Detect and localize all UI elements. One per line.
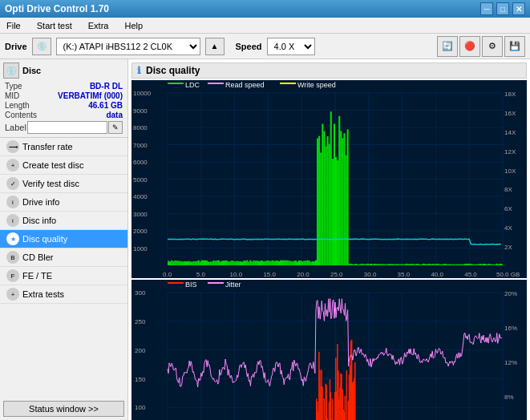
- sidebar-item-label-cd-bler: CD Bler: [22, 252, 54, 262]
- extra-tests-icon: +: [6, 288, 19, 301]
- disc-contents-row: Contents data: [3, 111, 124, 119]
- disc-label-label: Label: [5, 123, 26, 132]
- refresh-button[interactable]: 🔄: [437, 36, 458, 57]
- sidebar-item-label-create-test-disc: Create test disc: [22, 160, 83, 170]
- maximize-button[interactable]: □: [496, 2, 509, 15]
- disc-label-input[interactable]: [27, 121, 107, 134]
- disc-mid-value: VERBATIMf (000): [58, 91, 123, 100]
- sidebar-menu: ⟶ Transfer rate + Create test disc ✓ Ver…: [0, 138, 127, 398]
- eject-button[interactable]: ▲: [205, 38, 225, 55]
- bis-jitter-chart: [131, 280, 527, 420]
- chart-area: ℹ Disc quality LDC BIS: [128, 59, 530, 420]
- disc-quality-icon: ★: [6, 232, 19, 245]
- menu-start-test[interactable]: Start test: [34, 19, 75, 32]
- sidebar-item-label-verify-test-disc: Verify test disc: [22, 179, 79, 188]
- menu-file[interactable]: File: [3, 19, 24, 32]
- menu-bar: File Start test Extra Help: [0, 18, 530, 34]
- sidebar: 💿 Disc Type BD-R DL MID VERBATIMf (000) …: [0, 59, 128, 420]
- sidebar-item-cd-bler[interactable]: B CD Bler: [0, 248, 127, 267]
- title-bar: Opti Drive Control 1.70 ─ □ ✕: [0, 0, 530, 18]
- minimize-button[interactable]: ─: [480, 2, 493, 15]
- speed-label: Speed: [236, 42, 262, 51]
- disc-length-row: Length 46.61 GB: [3, 101, 124, 110]
- window-controls: ─ □ ✕: [480, 2, 525, 15]
- charts-container: [131, 80, 527, 420]
- status-window-button[interactable]: Status window >>: [3, 401, 124, 417]
- sidebar-item-disc-quality[interactable]: ★ Disc quality: [0, 230, 127, 248]
- app-title: Opti Drive Control 1.70: [5, 3, 109, 14]
- ldc-chart: [131, 80, 527, 278]
- chart-header-icon: ℹ: [137, 65, 141, 76]
- speed-select[interactable]: 4.0 X: [267, 38, 315, 55]
- drive-bar: Drive 💿 (K:) ATAPI iHBS112 2 CL0K ▲ Spee…: [0, 34, 530, 59]
- verify-test-disc-icon: ✓: [6, 177, 19, 190]
- drive-info-icon: i: [6, 196, 19, 208]
- toolbar-buttons: 🔄 🔴 ⚙ 💾: [437, 36, 525, 57]
- chart-header: ℹ Disc quality: [131, 63, 527, 79]
- fe-te-icon: F: [6, 269, 19, 282]
- sidebar-item-label-extra-tests: Extra tests: [22, 289, 64, 299]
- create-test-disc-icon: +: [6, 159, 19, 172]
- sidebar-item-label-transfer-rate: Transfer rate: [22, 142, 73, 151]
- disc-label-row: Label ✎: [3, 121, 124, 134]
- disc-length-label: Length: [5, 101, 30, 110]
- sidebar-item-label-fe-te: FE / TE: [22, 271, 52, 281]
- save-button[interactable]: 💾: [504, 36, 525, 57]
- sidebar-item-fe-te[interactable]: F FE / TE: [0, 267, 127, 285]
- cd-bler-icon: B: [6, 251, 19, 264]
- transfer-rate-icon: ⟶: [6, 140, 19, 153]
- sidebar-item-disc-info[interactable]: i Disc info: [0, 212, 127, 230]
- disc-header-text: Disc: [22, 66, 41, 75]
- disc-type-row: Type BD-R DL: [3, 82, 124, 91]
- settings-button[interactable]: ⚙: [482, 36, 503, 57]
- sidebar-item-label-disc-quality: Disc quality: [22, 234, 67, 244]
- disc-icon: 💿: [3, 63, 19, 79]
- chart-title: Disc quality: [146, 65, 200, 76]
- drive-label: Drive: [5, 42, 27, 51]
- disc-contents-label: Contents: [5, 111, 37, 119]
- sidebar-item-drive-info[interactable]: i Drive info: [0, 193, 127, 212]
- sidebar-item-transfer-rate[interactable]: ⟶ Transfer rate: [0, 138, 127, 156]
- disc-info-icon: i: [6, 214, 19, 227]
- disc-mid-label: MID: [5, 91, 19, 100]
- drive-icon: 💿: [32, 38, 51, 55]
- disc-header: 💿 Disc: [3, 63, 124, 79]
- sidebar-item-label-drive-info: Drive info: [22, 197, 59, 207]
- sidebar-item-label-disc-info: Disc info: [22, 216, 56, 225]
- disc-panel: 💿 Disc Type BD-R DL MID VERBATIMf (000) …: [0, 59, 127, 138]
- menu-help[interactable]: Help: [121, 19, 146, 32]
- sidebar-item-verify-test-disc[interactable]: ✓ Verify test disc: [0, 175, 127, 193]
- sidebar-item-create-test-disc[interactable]: + Create test disc: [0, 156, 127, 175]
- close-button[interactable]: ✕: [512, 2, 525, 15]
- disc-type-label: Type: [5, 82, 22, 91]
- disc-type-value: BD-R DL: [90, 82, 123, 91]
- disc-contents-value: data: [106, 111, 123, 119]
- burn-button[interactable]: 🔴: [459, 36, 480, 57]
- label-edit-button[interactable]: ✎: [108, 121, 123, 134]
- main-layout: 💿 Disc Type BD-R DL MID VERBATIMf (000) …: [0, 59, 530, 420]
- menu-extra[interactable]: Extra: [85, 19, 112, 32]
- sidebar-item-extra-tests[interactable]: + Extra tests: [0, 285, 127, 304]
- disc-mid-row: MID VERBATIMf (000): [3, 91, 124, 100]
- drive-select[interactable]: (K:) ATAPI iHBS112 2 CL0K: [56, 38, 200, 55]
- disc-length-value: 46.61 GB: [88, 101, 123, 110]
